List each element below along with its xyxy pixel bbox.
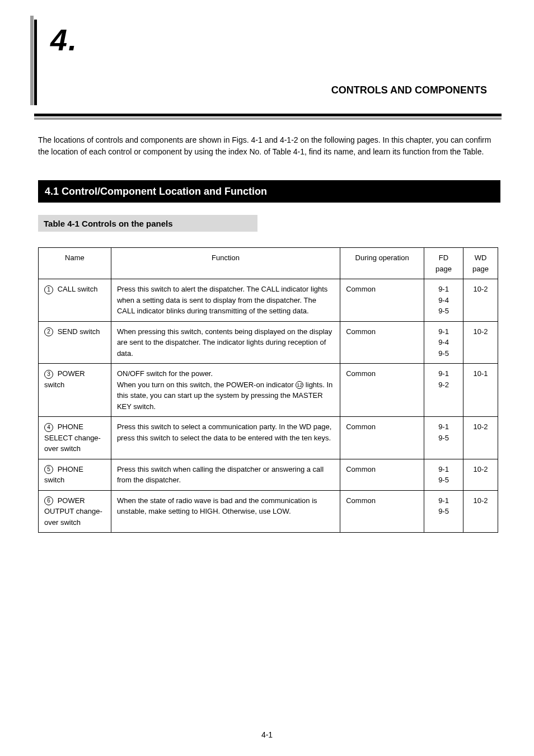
cell-during: Common xyxy=(340,364,424,417)
table-row: 5 PHONE switch Press this switch when ca… xyxy=(39,459,498,490)
table-header-function: Function xyxy=(111,248,340,279)
row-index-icon: 5 xyxy=(44,465,53,474)
section-heading-text: 4.1 Control/Component Location and Funct… xyxy=(45,186,267,198)
cell-name: 2 SEND switch xyxy=(39,321,111,364)
table-header-name: Name xyxy=(39,248,111,279)
cell-fd-text: 9-1 9-2 xyxy=(438,369,449,389)
cell-fd: 9-1 9-5 xyxy=(424,490,463,533)
chapter-title: CONTROLS AND COMPONENTS xyxy=(331,84,487,96)
row-index-icon: 3 xyxy=(44,370,53,379)
cell-wd: 10-2 xyxy=(463,279,498,322)
cell-function: When the state of radio wave is bad and … xyxy=(111,490,340,533)
cell-wd: 10-1 xyxy=(463,364,498,417)
cell-name: 4 PHONE SELECT change-over switch xyxy=(39,417,111,459)
cell-name: 1 CALL switch xyxy=(39,279,111,322)
row-index-icon: 2 xyxy=(44,327,53,336)
chapter-header: 4. CONTROLS AND COMPONENTS xyxy=(50,22,493,101)
row-index-icon: 6 xyxy=(44,496,53,505)
cell-fd-text: 9-1 9-5 xyxy=(438,422,449,442)
table-row: 3 POWER switch ON/OFF switch for the pow… xyxy=(39,364,498,417)
inline-ref-icon: 12 xyxy=(296,381,303,389)
corner-vertical-gray xyxy=(30,16,34,105)
cell-function: ON/OFF switch for the power. When you tu… xyxy=(111,364,340,417)
table-row: 4 PHONE SELECT change-over switch Press … xyxy=(39,417,498,459)
cell-fd-text: 9-1 9-4 9-5 xyxy=(438,285,449,315)
table-header-fd: FD page xyxy=(424,248,463,279)
chapter-number: 4. xyxy=(50,22,493,57)
table-row: 2 SEND switch When pressing this switch,… xyxy=(39,321,498,364)
row-name-text: SEND switch xyxy=(58,327,100,336)
cell-function: Press this switch when calling the dispa… xyxy=(111,459,340,490)
corner-vertical-black xyxy=(34,20,37,105)
row-index-icon: 1 xyxy=(44,285,53,294)
table-row: 1 CALL switch Press this switch to alert… xyxy=(39,279,498,322)
section-heading-bar: 4.1 Control/Component Location and Funct… xyxy=(38,180,500,203)
cell-during: Common xyxy=(340,321,424,364)
cell-fd-text: 9-1 9-5 xyxy=(438,496,449,516)
cell-wd: 10-2 xyxy=(463,321,498,364)
subsection-heading-text: Table 4-1 Controls on the panels xyxy=(44,219,173,228)
cell-during: Common xyxy=(340,279,424,322)
cell-wd: 10-2 xyxy=(463,417,498,459)
cell-fd: 9-1 9-5 xyxy=(424,417,463,459)
cell-during: Common xyxy=(340,490,424,533)
cell-function: Press this switch to alert the dispatche… xyxy=(111,279,340,322)
cell-function-prefix: ON/OFF switch for the power. When you tu… xyxy=(117,369,296,389)
controls-table: Name Function During operation FD page W… xyxy=(38,247,498,533)
cell-fd: 9-1 9-4 9-5 xyxy=(424,279,463,322)
cell-fd-text: 9-1 9-4 9-5 xyxy=(438,327,449,358)
row-name-text: CALL switch xyxy=(58,285,98,293)
cell-during: Common xyxy=(340,417,424,459)
row-index-icon: 4 xyxy=(44,423,53,432)
corner-horizontal-gray xyxy=(34,118,502,120)
cell-wd: 10-2 xyxy=(463,459,498,490)
cell-name: 5 PHONE switch xyxy=(39,459,111,490)
cell-function: When pressing this switch, contents bein… xyxy=(111,321,340,364)
cell-fd-text: 9-1 9-5 xyxy=(438,465,449,485)
page-corner-decoration xyxy=(30,16,47,111)
cell-wd: 10-2 xyxy=(463,490,498,533)
table-header-row: Name Function During operation FD page W… xyxy=(39,248,498,279)
table-header-during: During operation xyxy=(340,248,424,279)
cell-fd: 9-1 9-4 9-5 xyxy=(424,321,463,364)
subsection-heading-bar: Table 4-1 Controls on the panels xyxy=(38,215,257,232)
cell-name: 6 POWER OUTPUT change-over switch xyxy=(39,490,111,533)
intro-paragraph: The locations of controls and components… xyxy=(38,134,502,158)
corner-horizontal-black xyxy=(34,114,502,116)
cell-during: Common xyxy=(340,459,424,490)
cell-fd: 9-1 9-5 xyxy=(424,459,463,490)
page-number: 4-1 xyxy=(261,730,273,739)
table-row: 6 POWER OUTPUT change-over switch When t… xyxy=(39,490,498,533)
table-header-wd: WD page xyxy=(463,248,498,279)
cell-name: 3 POWER switch xyxy=(39,364,111,417)
cell-function: Press this switch to select a communicat… xyxy=(111,417,340,459)
cell-fd: 9-1 9-2 xyxy=(424,364,463,417)
page-content: The locations of controls and components… xyxy=(38,134,502,533)
